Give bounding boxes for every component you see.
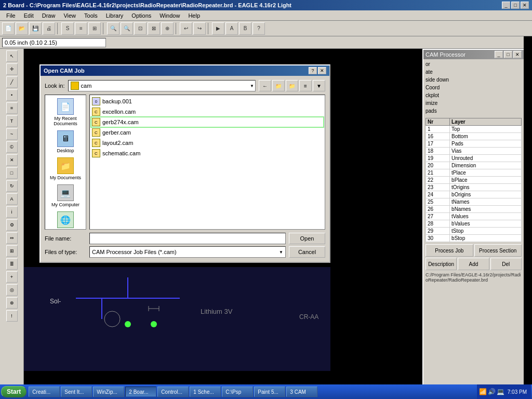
cam-maximize-btn[interactable]: □: [504, 51, 512, 58]
nav-new-folder-btn[interactable]: 📁: [286, 80, 298, 91]
cam-close-btn[interactable]: ✕: [513, 51, 522, 58]
process-job-btn[interactable]: Process Job: [425, 244, 473, 257]
tool-net[interactable]: ~: [6, 128, 18, 140]
tool-move[interactable]: ✛: [6, 63, 18, 75]
taskbar-item-1[interactable]: Sent It...: [61, 387, 92, 397]
tool1[interactable]: S: [61, 22, 74, 35]
process-section-btn[interactable]: Process Section: [474, 244, 522, 257]
menu-view[interactable]: View: [59, 11, 80, 20]
layer-row[interactable]: 17Pads: [426, 140, 522, 148]
file-item[interactable]: Clayout2.cam: [91, 138, 324, 148]
new-button[interactable]: 📄: [2, 22, 15, 35]
tool3[interactable]: ⊞: [88, 22, 101, 35]
maximize-button[interactable]: □: [511, 2, 520, 9]
tool-extra3[interactable]: ⊗: [6, 297, 18, 309]
layer-row[interactable]: 28bValues: [426, 220, 522, 228]
tool-label[interactable]: T: [6, 115, 18, 127]
filetype-combo[interactable]: CAM Processor Job Files (*.cam): [89, 246, 286, 258]
layer-row[interactable]: 27tValues: [426, 213, 522, 220]
taskbar-item-3[interactable]: 2 Boar...: [125, 387, 156, 397]
redo-button[interactable]: ↪: [193, 22, 206, 35]
close-button[interactable]: ✕: [521, 2, 529, 9]
add-btn[interactable]: Add: [458, 258, 489, 270]
qa-my-documents[interactable]: 📁 My Documents: [46, 156, 85, 181]
minimize-button[interactable]: _: [502, 2, 510, 9]
tool-junction[interactable]: •: [6, 89, 18, 101]
menu-tools[interactable]: Tools: [80, 11, 102, 20]
layer-row[interactable]: 19Unrouted: [426, 155, 522, 162]
menu-help[interactable]: Help: [184, 11, 204, 20]
look-in-combo[interactable]: cam: [68, 80, 256, 91]
file-item[interactable]: 0backup.001: [91, 96, 324, 107]
run-script[interactable]: ▶: [212, 22, 224, 35]
nav-back-btn[interactable]: ←: [259, 80, 271, 91]
taskbar-item-8[interactable]: 3 CAM: [286, 387, 317, 397]
zoom-in[interactable]: 🔍: [107, 22, 119, 35]
taskbar-item-6[interactable]: C:\Psp: [222, 387, 253, 397]
qa-network[interactable]: 🌐 My Network Places: [46, 210, 85, 230]
help-btn[interactable]: ?: [252, 22, 265, 35]
description-btn[interactable]: Description: [425, 258, 457, 270]
taskbar-item-5[interactable]: 1 Sche...: [190, 387, 221, 397]
menu-library[interactable]: Library: [102, 11, 128, 20]
open-button[interactable]: 📂: [16, 22, 28, 35]
tool2[interactable]: ≡: [75, 22, 87, 35]
layer-row[interactable]: 20Dimension: [426, 162, 522, 169]
nav-up-btn[interactable]: 📁: [272, 80, 285, 91]
tool-copy[interactable]: ©: [6, 141, 18, 153]
zoom-full[interactable]: ⊕: [161, 22, 174, 35]
layer-row[interactable]: 24bOrigins: [426, 191, 522, 198]
menu-options[interactable]: Options: [127, 11, 155, 20]
taskbar-item-0[interactable]: Creati...: [29, 387, 60, 397]
zoom-fit[interactable]: ⊡: [134, 22, 147, 35]
tool-mirror[interactable]: ⇔: [6, 232, 18, 244]
tool-text[interactable]: A: [6, 193, 18, 205]
tool-bus[interactable]: ≡: [6, 102, 18, 114]
layer-row[interactable]: 22bPlace: [426, 177, 522, 184]
tool-extra2[interactable]: ◎: [6, 284, 18, 296]
layer-row[interactable]: 1Top: [426, 126, 522, 133]
layer-row[interactable]: 26bNames: [426, 206, 522, 213]
qa-desktop[interactable]: 🖥 Desktop: [46, 129, 85, 154]
title-bar-buttons[interactable]: _ □ ✕: [502, 2, 529, 9]
address-input[interactable]: [2, 38, 106, 47]
layer-row[interactable]: 18Vias: [426, 148, 522, 155]
menu-draw[interactable]: Draw: [38, 11, 60, 20]
zoom-select[interactable]: ⊠: [148, 22, 160, 35]
layer-row[interactable]: 23tOrigins: [426, 184, 522, 191]
qa-my-computer[interactable]: 💻 My Computer: [46, 183, 85, 208]
toolB[interactable]: B: [239, 22, 251, 35]
tool-group[interactable]: □: [6, 167, 18, 179]
dialog-title-buttons[interactable]: ? ✕: [309, 67, 326, 74]
layer-row[interactable]: 21tPlace: [426, 169, 522, 177]
taskbar-item-2[interactable]: WinZip...: [93, 387, 124, 397]
menu-file[interactable]: File: [2, 11, 20, 20]
layer-row[interactable]: 30bStop: [426, 235, 522, 242]
file-item[interactable]: Cgerb274x.cam: [91, 117, 324, 127]
tool-change[interactable]: ⚙: [6, 219, 18, 231]
tool-select[interactable]: ↖: [6, 50, 18, 62]
nav-dropdown-btn[interactable]: ▼: [313, 80, 325, 91]
nav-view-btn[interactable]: ≡: [299, 80, 312, 91]
save-button[interactable]: 💾: [29, 22, 42, 35]
open-button[interactable]: Open: [289, 233, 325, 244]
layer-row[interactable]: 29tStop: [426, 228, 522, 235]
start-button[interactable]: Start: [1, 386, 26, 397]
layer-row[interactable]: 25tNames: [426, 198, 522, 206]
cancel-button[interactable]: Cancel: [289, 246, 325, 258]
tool-layer[interactable]: ≣: [6, 258, 18, 270]
toolA[interactable]: A: [225, 22, 238, 35]
taskbar-item-7[interactable]: Paint 5...: [254, 387, 285, 397]
layer-row[interactable]: 16Bottom: [426, 133, 522, 140]
tool-grid[interactable]: ⊞: [6, 245, 18, 257]
tool-info[interactable]: i: [6, 206, 18, 218]
tool-extra4[interactable]: !: [6, 310, 18, 322]
tool-delete[interactable]: ✕: [6, 154, 18, 166]
qa-recent-docs[interactable]: 📄 My Recent Documents: [46, 97, 85, 127]
file-list[interactable]: 0backup.001Cexcellon.camCgerb274x.camCge…: [89, 95, 325, 230]
filename-input[interactable]: [89, 233, 286, 244]
dialog-close-btn[interactable]: ✕: [318, 67, 326, 74]
menu-window[interactable]: Window: [155, 11, 184, 20]
file-item[interactable]: Cgerber.cam: [91, 127, 324, 138]
tool-extra1[interactable]: +: [6, 271, 18, 283]
